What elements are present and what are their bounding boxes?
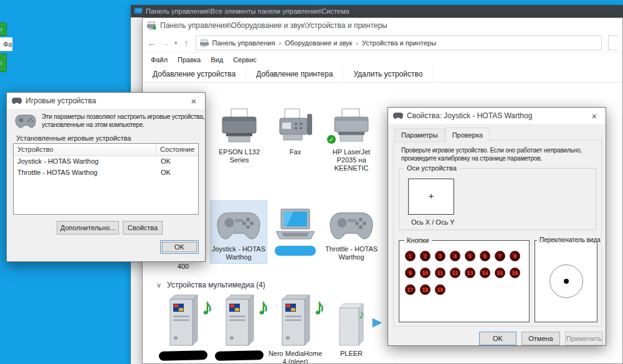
media-device-2[interactable]: ♪ <box>211 292 267 360</box>
dialog-title: Свойства: Joystick - HOTAS Warthog <box>407 111 583 120</box>
axes-label: Ось X / Ось Y <box>411 218 455 226</box>
joystick-button-indicator: 5 <box>465 251 475 261</box>
cell-device: Throttle - HOTAS Warthog <box>14 167 157 179</box>
media-server-icon: ♪ <box>267 292 323 347</box>
devices-icon <box>146 21 156 30</box>
game-devices-table: Устройство Состояние Joystick - HOTAS Wa… <box>13 143 199 215</box>
device-joystick[interactable]: Joystick - HOTAS Warthog <box>211 201 267 263</box>
column-header-device[interactable]: Устройство <box>14 144 156 156</box>
device-label: HP LaserJet P2035 на KEENETIC <box>323 148 379 172</box>
system-titlebar[interactable]: Панель управления\Все элементы панели уп… <box>131 5 623 17</box>
game-controllers-dialog: Игровые устройства × Эти параметры позво… <box>6 92 206 262</box>
crosshair-icon: + <box>429 191 434 201</box>
navigation-bar: ← → ▾ ↑ Панель управления › Оборудование… <box>143 33 622 53</box>
menu-view[interactable]: Вид <box>206 55 228 65</box>
joystick-button-indicator: 9 <box>405 268 416 278</box>
menu-bar: Файл Правка Вид Сервис <box>143 53 622 66</box>
media-device-nero[interactable]: ♪ Nero MediaHome 4 (pleer) <box>267 292 323 363</box>
cancel-button[interactable]: Отмена <box>521 332 560 345</box>
column-header-status[interactable]: Состояние <box>156 144 198 156</box>
censored-label <box>275 246 316 256</box>
censored-label <box>159 350 207 361</box>
axes-group-label: Оси устройства <box>404 164 459 172</box>
printer-icon: ✓ <box>323 104 379 145</box>
tab-test[interactable]: Проверка <box>445 128 490 142</box>
desktop-shortcut-icon[interactable]: ↑ <box>0 22 7 36</box>
command-bar: Добавление устройства Добавление принтер… <box>143 66 622 83</box>
history-dropdown-icon[interactable]: ▾ <box>174 40 178 46</box>
device-epson[interactable]: EPSON L132 Series <box>211 104 267 164</box>
media-server-icon: ♪ <box>211 292 267 347</box>
fax-icon <box>267 104 323 145</box>
up-icon[interactable]: ↑ <box>182 38 191 48</box>
menu-edit[interactable]: Правка <box>173 55 206 65</box>
breadcrumb-separator-icon: › <box>279 39 282 47</box>
joystick-button-indicator: 17 <box>405 284 416 295</box>
media-device-pleer[interactable]: ♪ ▶ PLEER <box>323 292 379 358</box>
censored-label <box>215 350 264 361</box>
forward-icon[interactable]: → <box>161 38 170 48</box>
menu-file[interactable]: Файл <box>146 55 173 65</box>
remove-device-button[interactable]: Удалить устройство <box>343 67 433 82</box>
axes-group: Оси устройства + Ось X / Ось Y <box>399 168 596 230</box>
joystick-button-indicator: 10 <box>420 268 430 278</box>
back-icon[interactable]: ← <box>147 38 156 48</box>
gamepad-icon <box>323 201 379 242</box>
cell-status: OK <box>157 156 198 167</box>
joystick-button-indicator: 11 <box>435 268 445 278</box>
buttons-group: Кнопки 12345678910111213141516171819 <box>399 240 530 322</box>
table-row[interactable]: Joystick - HOTAS Warthog OK <box>14 156 198 167</box>
pov-group-label: Переключатель вида <box>537 236 603 243</box>
joystick-button-indicator: 12 <box>450 268 460 278</box>
close-icon[interactable]: × <box>583 108 606 124</box>
joystick-buttons-grid: 12345678910111213141516171819 <box>405 251 520 295</box>
close-icon[interactable]: × <box>183 93 205 109</box>
default-check-icon: ✓ <box>326 134 337 145</box>
advanced-button[interactable]: Дополнительно... <box>57 221 119 235</box>
dialog-titlebar[interactable]: Игровые устройства × <box>7 93 205 109</box>
dialog-titlebar[interactable]: Свойства: Joystick - HOTAS Warthog × <box>388 108 606 124</box>
gamepad-icon <box>211 201 267 242</box>
devices-titlebar[interactable]: Панель управления\Оборудование и звук\Ус… <box>143 18 622 33</box>
device-label: Nero MediaHome 4 (pleer) <box>267 350 323 363</box>
desktop-shortcut-icon[interactable]: ↑ <box>0 54 7 72</box>
media-server-icon: ♪ <box>155 292 211 347</box>
pov-hat-indicator <box>549 264 583 298</box>
breadcrumb-separator-icon: › <box>356 39 358 47</box>
device-fax[interactable]: Fax <box>267 104 323 156</box>
tab-settings[interactable]: Параметры <box>394 128 445 142</box>
ok-button[interactable]: OK <box>160 240 199 254</box>
device-throttle[interactable]: Throttle - HOTAS Warthog <box>323 201 379 261</box>
gamepad-icon <box>393 112 403 119</box>
device-laptop[interactable] <box>267 201 323 256</box>
group-header-multimedia[interactable]: ∨ Устройства мультимедиа (4) <box>156 281 265 289</box>
add-printer-button[interactable]: Добавление принтера <box>246 67 343 82</box>
cell-status: OK <box>157 167 198 179</box>
search-input[interactable] <box>608 35 618 50</box>
apply-button[interactable]: Применить <box>565 332 603 345</box>
installed-devices-label: Установленные игровые устройства <box>16 134 131 142</box>
breadcrumb-item[interactable]: Оборудование и звук <box>285 39 352 47</box>
collapse-chevron-icon[interactable]: ∨ <box>156 281 161 289</box>
add-device-button[interactable]: Добавление устройства <box>143 67 246 82</box>
tab-strip: Параметры Проверка <box>394 127 490 141</box>
joystick-button-indicator: 14 <box>480 268 490 278</box>
menu-service[interactable]: Сервис <box>228 55 262 65</box>
media-device-1[interactable]: ♪ <box>155 292 211 360</box>
breadcrumb[interactable]: Панель управления › Оборудование и звук … <box>196 35 602 50</box>
xy-axes-indicator: + <box>408 179 454 215</box>
device-hp-laserjet[interactable]: ✓ HP LaserJet P2035 на KEENETIC <box>323 104 379 172</box>
buttons-group-label: Кнопки <box>404 236 432 244</box>
devices-window-title: Панель управления\Оборудование и звук\Ус… <box>160 21 388 30</box>
table-row[interactable]: Throttle - HOTAS Warthog OK <box>14 167 198 179</box>
ok-button[interactable]: OK <box>479 332 516 345</box>
breadcrumb-item[interactable]: Устройства и принтеры <box>362 39 436 47</box>
device-label: Throttle - HOTAS Warthog <box>323 245 379 261</box>
system-window-title: Панель управления\Все элементы панели уп… <box>146 7 350 15</box>
properties-button[interactable]: Свойства <box>123 221 163 235</box>
joystick-button-indicator: 4 <box>450 251 460 261</box>
breadcrumb-item[interactable]: Панель управления <box>212 39 275 47</box>
cell-device: Joystick - HOTAS Warthog <box>14 156 157 167</box>
joystick-button-indicator: 8 <box>510 251 520 261</box>
desktop: ↑ Фа ↑ Панель управления\Все элементы па… <box>0 0 623 364</box>
